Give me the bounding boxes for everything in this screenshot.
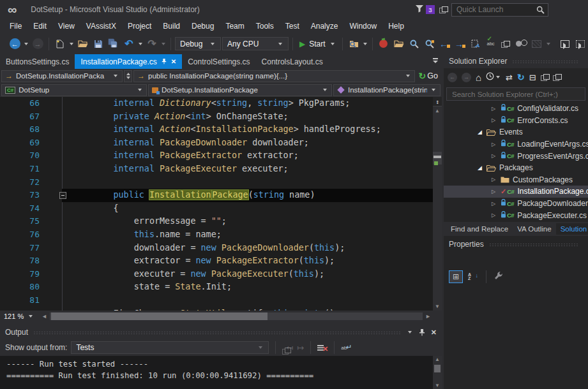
close-icon[interactable]: ✕ (171, 58, 176, 65)
spell-check-button[interactable]: abc (484, 37, 498, 51)
tree-item-errorconsts-cs[interactable]: ▷C#ErrorConsts.cs (444, 115, 588, 127)
clear-all-icon[interactable] (317, 344, 328, 352)
start-debugging-button[interactable]: ▶ Start (297, 37, 338, 51)
solution-explorer-title-bar[interactable]: Solution Explorer (444, 54, 588, 68)
code-line-76[interactable]: 76 this.name = name; (0, 228, 442, 242)
expand-arrow-icon[interactable]: ▷ (492, 106, 501, 112)
vassistx-icon[interactable] (377, 37, 391, 51)
va-open-file-button[interactable] (392, 37, 406, 51)
panel-tab-solution-explorer[interactable]: Solution Explorer (556, 223, 588, 235)
code-line-72[interactable]: 72 (0, 176, 442, 189)
menu-vassistx[interactable]: VAssistX (80, 20, 122, 32)
pending-changes-filter-icon[interactable] (486, 72, 494, 82)
scroll-down-icon[interactable]: ▼ (433, 304, 442, 309)
expand-arrow-icon[interactable]: ▷ (492, 189, 501, 194)
editor-vertical-scrollbar[interactable]: ↕ ▲ ▼ (433, 97, 442, 311)
panel-tab-find-and-replace[interactable]: Find and Replace (446, 223, 513, 235)
menu-help[interactable]: Help (382, 20, 410, 32)
new-item-button[interactable] (53, 37, 67, 51)
solution-search-input[interactable] (451, 90, 581, 99)
output-source-select[interactable]: Tests (71, 341, 269, 354)
tab-installationpackage-cs[interactable]: InstallationPackage.cs✕ (75, 54, 182, 69)
navigate-back-button[interactable]: ← (8, 37, 22, 51)
tree-item-packagedownloader-cs[interactable]: ▷C#PackageDownloader.cs (444, 198, 588, 210)
scroll-up-icon[interactable]: ▲ (433, 106, 442, 115)
home-icon[interactable]: ⌂ (476, 72, 481, 83)
code-line-75[interactable]: 75 errorMessage = ""; (0, 215, 442, 228)
save-all-button[interactable] (107, 37, 121, 51)
code-line-78[interactable]: 78 extractor = new PackageExtractor(this… (0, 254, 442, 268)
pin-icon[interactable] (162, 57, 167, 66)
find-references-button[interactable] (423, 37, 437, 51)
editor-horizontal-scrollbar[interactable] (50, 312, 423, 320)
tree-item-custompackages[interactable]: ▷CustomPackages (444, 174, 588, 186)
collapse-region-icon[interactable] (59, 192, 66, 199)
navigate-back-dropdown-icon[interactable] (24, 43, 28, 45)
expand-arrow-icon[interactable]: ▷ (492, 177, 501, 182)
code-line-71[interactable]: 71 internal PackageExecuter executer; (0, 163, 442, 176)
menu-project[interactable]: Project (122, 20, 157, 32)
tree-item-packages[interactable]: ◢Packages (444, 162, 588, 174)
scroll-up-icon[interactable]: ▲ (433, 356, 442, 363)
tree-item-loadingeventargs-cs[interactable]: ▷C#LoadingEventArgs.cs (444, 138, 588, 150)
scroll-down-icon[interactable]: ▼ (433, 383, 442, 388)
redo-dropdown-icon[interactable] (162, 43, 165, 45)
clone-copy-button[interactable]: ↳ (499, 37, 513, 51)
code-line-79[interactable]: 79 executer = new PackageExecuter(this); (0, 268, 442, 281)
code-line-70[interactable]: 70 internal PackageExtractor extractor; (0, 149, 442, 163)
code-line-73[interactable]: 73 public InstallationPackage(string nam… (0, 189, 442, 202)
collapse-arrow-icon[interactable]: ◢ (478, 129, 486, 135)
zoom-level-select[interactable]: 121 % (0, 312, 40, 320)
member-select[interactable]: InstallationPackage(string name) (333, 84, 441, 96)
tab-controlsettings-cs[interactable]: ControlSettings.cs (182, 54, 255, 69)
va-member-spinner[interactable] (124, 70, 132, 82)
menu-window[interactable]: Window (343, 20, 382, 32)
window-position-dropdown-icon[interactable] (408, 331, 412, 334)
save-button[interactable] (91, 37, 105, 51)
tree-item-configvalidator-cs[interactable]: ▷C#ConfigValidator.cs (444, 103, 588, 115)
find-in-files-button[interactable] (347, 37, 361, 51)
expand-arrow-icon[interactable]: ▷ (492, 153, 501, 159)
collapse-all-icon[interactable]: ⊟ (529, 73, 536, 82)
sync-with-active-document-icon[interactable]: ⇄ (506, 73, 513, 82)
code-line-74[interactable]: 74 { (0, 202, 442, 216)
type-select[interactable]: DotSetup.InstallationPackage (148, 84, 332, 96)
navigate-forward-button[interactable]: → (31, 37, 45, 51)
output-content[interactable]: ------ Run test started ------==========… (0, 356, 442, 389)
code-line-81[interactable]: 81 (0, 294, 442, 307)
word-wrap-icon[interactable]: ab (341, 345, 351, 351)
code-line-69[interactable]: 69 internal PackageDownloader downloader… (0, 136, 442, 150)
expand-arrow-icon[interactable]: ▷ (492, 212, 501, 218)
filter-dropdown-icon[interactable] (496, 76, 500, 78)
tab-list-dropdown-icon[interactable] (433, 58, 439, 63)
code-line-67[interactable]: 67 private Action<int> OnChangeState; (0, 110, 442, 124)
refactor-rings-icon[interactable] (515, 37, 529, 51)
open-file-button[interactable] (76, 37, 90, 51)
panel-tab-va-outline[interactable]: VA Outline (513, 223, 556, 235)
notifications-filter-icon[interactable] (416, 4, 423, 15)
code-line-68[interactable]: 68 internal Action<InstallationPackage> … (0, 123, 442, 136)
properties-object-select[interactable] (444, 253, 588, 267)
output-vertical-scrollbar[interactable]: ▲ ▼ (433, 356, 442, 389)
expand-arrow-icon[interactable]: ▷ (492, 142, 501, 147)
categorized-icon[interactable]: ⊞ (449, 270, 463, 283)
menu-tools[interactable]: Tools (250, 20, 280, 32)
tab-buttonssettings-cs[interactable]: ButtonsSettings.cs (0, 54, 75, 69)
scroll-right-icon[interactable]: ► (423, 313, 433, 319)
splitter-handle-icon[interactable]: ↕ (433, 97, 442, 106)
menu-edit[interactable]: Edit (27, 20, 52, 32)
solution-platforms-select[interactable]: Any CPU (222, 37, 289, 50)
code-line-80[interactable]: 80 state = State.Init; (0, 281, 442, 294)
code-line[interactable]: FireChange = StateUtils.notify this, int… (0, 307, 442, 311)
expand-arrow-icon[interactable]: ▷ (492, 117, 501, 123)
menu-test[interactable]: Test (280, 20, 305, 32)
menu-analyze[interactable]: Analyze (305, 20, 344, 32)
menu-file[interactable]: File (4, 20, 27, 32)
goto-implementation-button[interactable] (573, 37, 587, 51)
pin-icon[interactable] (419, 328, 425, 336)
refresh-icon[interactable]: ↻ (517, 72, 525, 82)
quick-launch-input[interactable] (455, 4, 536, 15)
redo-button[interactable]: ↷ (145, 37, 159, 51)
project-select[interactable]: C# DotSetup (1, 84, 147, 96)
tab-controlslayout-cs[interactable]: ControlsLayout.cs (256, 54, 329, 69)
